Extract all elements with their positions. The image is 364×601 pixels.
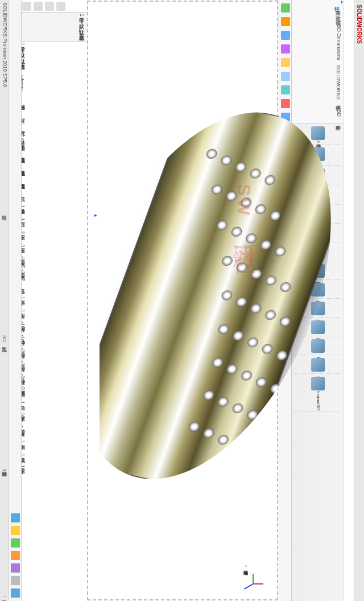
ribbon-tab-evaluate[interactable]: 评估 xyxy=(293,15,342,17)
triad-arrow: ▸ xyxy=(93,212,98,218)
watermark: SW 研习社 xyxy=(228,184,260,233)
dimxpert-tab-icon[interactable] xyxy=(45,2,54,11)
resources-tab-icon[interactable] xyxy=(11,513,20,522)
ribbon-tab-mbddim[interactable]: MBD Dimensions xyxy=(293,19,342,61)
axis-z xyxy=(244,583,254,590)
forum-tab-icon[interactable] xyxy=(11,588,20,598)
task-pane-tabs xyxy=(9,0,22,601)
file-explorer-tab-icon[interactable] xyxy=(11,538,20,548)
display-tab-icon[interactable] xyxy=(56,2,65,11)
axes-label: *等轴测 xyxy=(242,565,248,567)
axis-x xyxy=(253,583,263,584)
app-logo-text: SOLIDWORKS xyxy=(356,5,362,44)
status-editing: 正在编辑: 零件 xyxy=(1,596,8,599)
view-palette-tab-icon[interactable] xyxy=(11,551,20,560)
graphics-viewport[interactable]: SW 研习社 ▸ *等轴测 xyxy=(87,1,278,600)
display-style-icon[interactable] xyxy=(281,72,290,81)
property-manager-tab-icon[interactable] xyxy=(22,2,31,11)
design-library-tab-icon[interactable] xyxy=(11,526,20,535)
motion-tab[interactable]: 运动算例 1 xyxy=(1,467,8,472)
3dview-tab[interactable]: 3D 视图 xyxy=(1,335,8,343)
status-version: SOLIDWORKS Premium 2019 SP5.0 xyxy=(1,2,8,87)
status-bar: SOLIDWORKS Premium 2019 SP5.0 模型 3D 视图 运… xyxy=(0,0,9,601)
ribbon-tab-sketch[interactable]: 草图 xyxy=(293,6,342,8)
ribbon-tab-features[interactable]: 特征 xyxy=(293,1,342,3)
configuration-tab-icon[interactable] xyxy=(34,2,43,11)
ribbon-tab-annotate[interactable]: 标注 xyxy=(293,10,342,13)
model-rendering xyxy=(100,81,344,525)
axis-y xyxy=(253,574,254,584)
section-view-icon[interactable] xyxy=(281,44,290,53)
custom-props-tab-icon[interactable] xyxy=(11,576,20,585)
reference-triad: *等轴测 xyxy=(242,572,264,595)
zoom-fit-icon[interactable] xyxy=(281,3,290,13)
title-bar: SOLIDWORKS xyxy=(354,0,364,601)
view-orientation-icon[interactable] xyxy=(281,58,290,67)
appearances-tab-icon[interactable] xyxy=(11,563,20,573)
previous-view-icon[interactable] xyxy=(281,31,290,40)
menu-bar[interactable] xyxy=(344,0,354,601)
zoom-area-icon[interactable] xyxy=(281,17,290,26)
